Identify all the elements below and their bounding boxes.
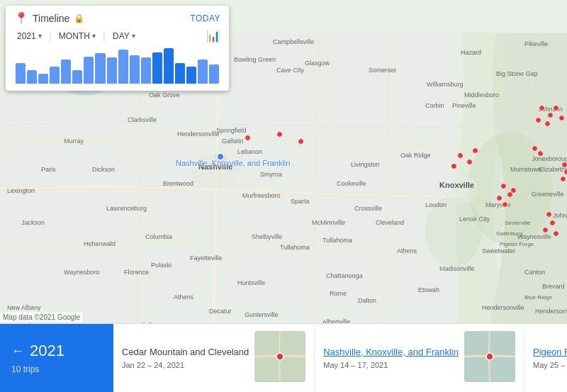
year-value: 2021 <box>17 31 36 41</box>
svg-text:Shelbyville: Shelbyville <box>252 233 282 240</box>
location-dot <box>532 145 538 152</box>
svg-text:Sevierville: Sevierville <box>505 220 531 226</box>
location-dot <box>553 230 559 237</box>
month-dropdown-arrow: ▾ <box>92 32 96 40</box>
map-data-attribution: Map data ©2021 Google <box>0 312 83 323</box>
svg-text:Springfield: Springfield <box>216 127 247 134</box>
svg-text:Fayetteville: Fayetteville <box>190 254 223 262</box>
svg-text:Huntsville: Huntsville <box>237 279 265 286</box>
svg-text:Big Stone Gap: Big Stone Gap <box>496 70 538 77</box>
timeline-header: 📍 Timeline 🔒 TODAY <box>14 11 220 25</box>
trip-title[interactable]: Cedar Mountain and Cleveland <box>122 347 249 359</box>
svg-text:Pineville: Pineville <box>452 102 476 109</box>
svg-text:Bowling Green: Bowling Green <box>234 56 276 63</box>
bar-chart-bar <box>107 57 117 84</box>
today-button[interactable]: TODAY <box>190 13 220 23</box>
map-route-label: Nashville, Knoxville, and Franklin <box>176 159 290 167</box>
location-dot <box>563 169 567 175</box>
svg-text:Greeneville: Greeneville <box>532 191 564 198</box>
svg-text:Hazard: Hazard <box>461 49 481 56</box>
location-dot <box>276 131 283 138</box>
trip-thumbnail <box>464 331 515 382</box>
bar-chart-bar <box>175 63 185 84</box>
location-dot <box>298 138 304 145</box>
trip-card-info: Cedar Mountain and ClevelandJan 22 – 24,… <box>122 331 254 385</box>
year-filter[interactable]: 2021 ▾ <box>14 30 45 43</box>
svg-text:Oak Ridge: Oak Ridge <box>400 152 431 159</box>
svg-text:Cave City: Cave City <box>276 67 305 74</box>
location-dot <box>539 105 545 111</box>
svg-text:Chattanooga: Chattanooga <box>326 272 363 279</box>
bar-chart <box>14 48 220 84</box>
svg-text:Brentwood: Brentwood <box>163 180 193 187</box>
bar-chart-bar <box>130 55 140 84</box>
bar-chart-bar <box>141 57 151 84</box>
bar-chart-bar <box>50 67 60 84</box>
month-filter[interactable]: MONTH ▾ <box>56 30 99 43</box>
location-dot <box>561 162 567 168</box>
filter-divider-2: | <box>103 30 106 43</box>
svg-text:Lexington: Lexington <box>7 187 35 194</box>
svg-text:Campbellsville: Campbellsville <box>273 38 314 45</box>
svg-text:Loudon: Loudon <box>425 201 447 208</box>
svg-text:Pigeon Forge: Pigeon Forge <box>500 241 534 247</box>
svg-text:Morristown: Morristown <box>510 166 541 173</box>
back-arrow[interactable]: ← <box>11 344 24 359</box>
location-dot <box>472 147 478 154</box>
svg-text:Pulaski: Pulaski <box>151 262 172 269</box>
svg-text:Cleveland: Cleveland <box>376 219 404 226</box>
location-dot <box>245 135 251 141</box>
location-dot <box>535 117 541 123</box>
trip-card-info: Pigeon Forge, Gatlinburg, and Seviervill… <box>533 331 567 385</box>
location-icon: 📍 <box>14 11 28 25</box>
location-dot <box>496 195 503 201</box>
trip-card[interactable]: Cedar Mountain and ClevelandJan 22 – 24,… <box>113 324 315 392</box>
svg-text:Cookeville: Cookeville <box>337 180 366 187</box>
svg-text:Glasgow: Glasgow <box>305 60 330 67</box>
trip-thumbnail <box>254 331 305 382</box>
location-dot <box>466 159 473 165</box>
svg-text:Athens: Athens <box>397 247 417 254</box>
svg-text:Madisonville: Madisonville <box>439 265 475 272</box>
location-dot <box>502 201 508 208</box>
svg-text:Etowah: Etowah <box>418 286 439 293</box>
svg-text:Lebanon: Lebanon <box>237 148 262 155</box>
svg-text:Dalton: Dalton <box>358 297 376 304</box>
svg-text:Jonesborough: Jonesborough <box>532 155 567 162</box>
svg-text:Knoxville: Knoxville <box>439 181 474 189</box>
year-dropdown-arrow: ▾ <box>38 32 42 40</box>
trip-title[interactable]: Nashville, Knoxville, and Franklin <box>323 347 459 359</box>
bar-chart-bar <box>72 70 82 84</box>
svg-text:Lawrenceburg: Lawrenceburg <box>106 205 147 212</box>
location-dot <box>457 152 464 159</box>
bar-chart-bar <box>16 63 26 84</box>
day-filter[interactable]: DAY ▾ <box>110 30 138 43</box>
location-dot <box>558 115 565 121</box>
timeline-title: Timeline <box>33 13 69 24</box>
svg-text:McMinnville: McMinnville <box>312 219 345 226</box>
bar-chart-bar <box>95 53 105 84</box>
bar-chart-bar <box>27 70 37 84</box>
year-panel: ← 2021 10 trips <box>0 324 113 392</box>
location-dot <box>546 211 552 218</box>
svg-text:Hohenwald: Hohenwald <box>84 240 116 247</box>
trip-cards-container[interactable]: Cedar Mountain and ClevelandJan 22 – 24,… <box>113 324 567 392</box>
trip-card[interactable]: Nashville, Knoxville, and FranklinMay 14… <box>315 324 524 392</box>
bar-chart-bar <box>61 60 71 84</box>
bar-chart-bar <box>38 74 48 84</box>
bar-chart-bar <box>84 57 94 84</box>
svg-text:Tullahoma: Tullahoma <box>322 237 352 244</box>
trip-dates: May 14 – 17, 2021 <box>323 361 459 369</box>
svg-text:Lenoir City: Lenoir City <box>459 215 490 223</box>
bar-chart-bar <box>118 50 128 84</box>
svg-text:New Albany: New Albany <box>7 304 41 311</box>
svg-text:Corbin: Corbin <box>425 102 444 109</box>
chart-icon[interactable]: 📊 <box>206 29 220 43</box>
trip-card[interactable]: Pigeon Forge, Gatlinburg, and Seviervill… <box>524 324 567 392</box>
location-dot <box>542 227 549 233</box>
bar-chart-bar <box>164 48 174 84</box>
svg-text:Clarksville: Clarksville <box>128 116 157 123</box>
trip-title[interactable]: Pigeon Forge, Gatlinburg, and Seviervill… <box>533 347 567 359</box>
bottom-strip: ← 2021 10 trips Cedar Mountain and Cleve… <box>0 323 567 392</box>
svg-text:Tullahoma: Tullahoma <box>280 244 310 251</box>
